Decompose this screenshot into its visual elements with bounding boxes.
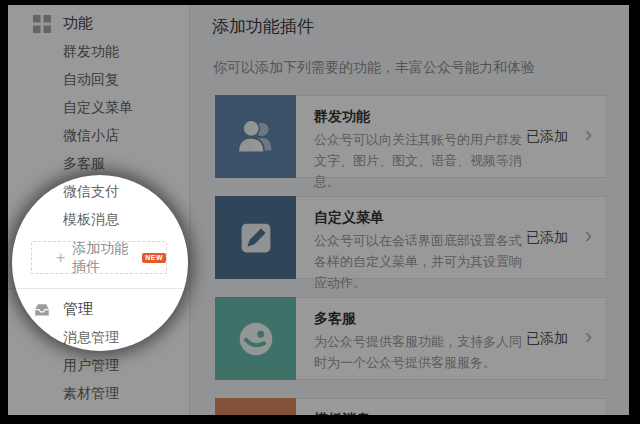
sidebar-item-user-management[interactable]: 用户管理 xyxy=(8,351,189,379)
card-title: 群发功能 xyxy=(314,108,370,126)
card-title: 多客服 xyxy=(314,310,356,328)
sidebar-item-mass-messaging[interactable]: 群发功能 xyxy=(8,37,189,65)
app-window: 功能 群发功能 自动回复 自定义菜单 微信小店 多客服 微信支付 模板消息 + … xyxy=(0,0,640,424)
plus-icon: + xyxy=(56,250,65,266)
sidebar-item-auto-reply[interactable]: 自动回复 xyxy=(8,65,189,93)
sidebar-section-label: 管理 xyxy=(63,295,93,323)
card-template-message[interactable]: 模板消息 › xyxy=(215,398,607,415)
sidebar: 功能 群发功能 自动回复 自定义菜单 微信小店 多客服 微信支付 模板消息 + … xyxy=(8,5,190,415)
card-title: 自定义菜单 xyxy=(314,209,384,227)
chevron-right-icon[interactable]: › xyxy=(585,222,592,248)
add-plugin-button[interactable]: + 添加功能插件 NEW xyxy=(31,241,167,274)
status-added: 已添加 xyxy=(526,229,568,247)
sidebar-section-features: 功能 xyxy=(8,9,189,37)
add-plugin-label: 添加功能插件 xyxy=(72,240,137,276)
plugin-card-list: 群发功能 公众号可以向关注其账号的用户群发文字、图片、图文、语音、视频等消息。 … xyxy=(215,95,607,415)
sidebar-divider xyxy=(8,288,189,289)
card-description: 为公众号提供客服功能，支持多人同时为一个公众号提供客服服务。 xyxy=(314,331,522,373)
card-title: 模板消息 xyxy=(314,411,370,415)
main-content: 添加功能插件 你可以添加下列需要的功能，丰富公众号能力和体验 群发功能 公众号可… xyxy=(190,5,629,415)
smiley-icon xyxy=(215,297,296,380)
status-added: 已添加 xyxy=(526,330,568,348)
chevron-right-icon[interactable]: › xyxy=(585,121,592,147)
pencil-icon xyxy=(215,196,296,279)
new-badge: NEW xyxy=(142,253,166,263)
sidebar-item-wechat-store[interactable]: 微信小店 xyxy=(8,121,189,149)
grid-icon xyxy=(33,14,51,32)
sidebar-item-custom-menu[interactable]: 自定义菜单 xyxy=(8,93,189,121)
card-description: 公众号可以向关注其账号的用户群发文字、图片、图文、语音、视频等消息。 xyxy=(314,129,522,192)
card-custom-menu[interactable]: 自定义菜单 公众号可以在会话界面底部设置各式各样的自定义菜单，并可为其设置响应动… xyxy=(215,196,607,279)
page: 功能 群发功能 自动回复 自定义菜单 微信小店 多客服 微信支付 模板消息 + … xyxy=(8,5,629,415)
sidebar-item-material-management[interactable]: 素材管理 xyxy=(8,379,189,407)
sidebar-item-template-message[interactable]: 模板消息 xyxy=(8,205,189,233)
card-multi-service[interactable]: 多客服 为公众号提供客服功能，支持多人同时为一个公众号提供客服服务。 已添加 › xyxy=(215,297,607,380)
card-description: 公众号可以在会话界面底部设置各式各样的自定义菜单，并可为其设置响应动作。 xyxy=(314,230,522,293)
inbox-icon xyxy=(33,300,51,318)
template-icon xyxy=(215,398,296,415)
sidebar-section-manage: 管理 xyxy=(8,295,189,323)
page-subtitle: 你可以添加下列需要的功能，丰富公众号能力和体验 xyxy=(213,59,629,77)
sidebar-item-message-management[interactable]: 消息管理 xyxy=(8,323,189,351)
chevron-right-icon[interactable]: › xyxy=(585,323,592,349)
page-title: 添加功能插件 xyxy=(212,15,629,38)
sidebar-item-multi-service[interactable]: 多客服 xyxy=(8,149,189,177)
card-mass-messaging[interactable]: 群发功能 公众号可以向关注其账号的用户群发文字、图片、图文、语音、视频等消息。 … xyxy=(215,95,607,178)
sidebar-item-wechat-pay[interactable]: 微信支付 xyxy=(8,177,189,205)
people-icon xyxy=(215,95,296,178)
sidebar-section-label: 功能 xyxy=(63,9,93,37)
status-added: 已添加 xyxy=(526,128,568,146)
